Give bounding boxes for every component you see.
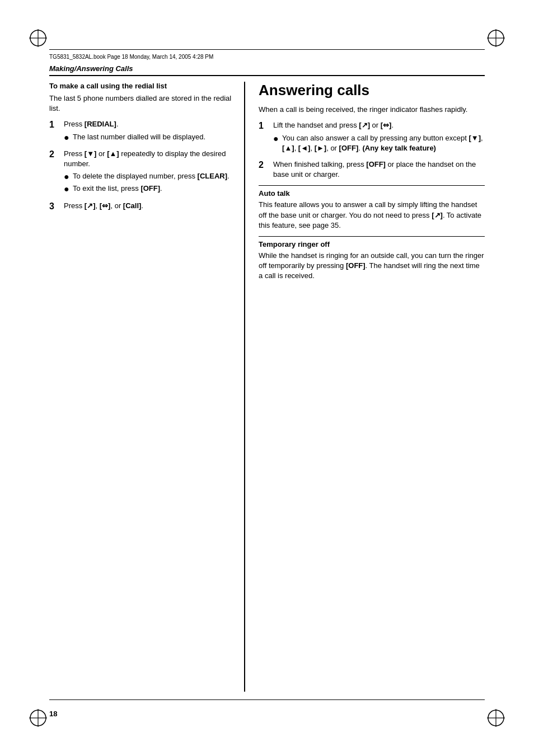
answering-intro: When a call is being received, the ringe… [259, 105, 485, 115]
answering-calls-heading: Answering calls [259, 82, 485, 99]
header-text: TG5831_5832AL.book Page 18 Monday, March… [49, 54, 213, 60]
temp-ringer-text: While the handset is ringing for an outs… [259, 251, 485, 281]
header-bar: TG5831_5832AL.book Page 18 Monday, March… [49, 49, 485, 60]
ans-step-2-content: When finished talking, press [OFF] or pl… [273, 159, 485, 180]
ans-step-1-number: 1 [259, 120, 271, 132]
bullet-2-1: ● To delete the displayed number, press … [64, 171, 233, 182]
step-1-number: 1 [49, 119, 62, 131]
autotalk-heading: Auto talk [259, 189, 485, 198]
two-col-layout: To make a call using the redial list The… [49, 82, 485, 692]
temp-ringer-heading: Temporary ringer off [259, 240, 485, 248]
autotalk-text: This feature allows you to answer a call… [259, 200, 485, 231]
temp-ringer-divider [259, 236, 485, 237]
step-2-bullets: ● To delete the displayed number, press … [64, 171, 233, 194]
bullet-dot-2-1: ● [64, 171, 72, 182]
ans-step-1-bullets: ● You can also answer a call by pressing… [273, 133, 485, 153]
bullet-1-1: ● The last number dialled will be displa… [64, 132, 233, 143]
step-2-number: 2 [49, 149, 62, 161]
corner-mark-bl [28, 708, 48, 728]
page-number: 18 [49, 710, 57, 718]
section-heading: Making/Answering Calls [49, 64, 485, 76]
ans-bullet-dot-1-1: ● [273, 133, 281, 144]
bullet-2-2-text: To exit the list, press [OFF]. [73, 184, 233, 194]
ans-step-2-number: 2 [259, 159, 271, 171]
content-area: Making/Answering Calls To make a call us… [49, 64, 485, 692]
bullet-dot-2-2: ● [64, 184, 72, 194]
redial-title: To make a call using the redial list [49, 82, 233, 90]
bullet-1-1-text: The last number dialled will be displaye… [73, 132, 233, 142]
col-right: Answering calls When a call is being rec… [245, 82, 485, 692]
step-2-content: Press [▼] or [▲] repeatedly to display t… [64, 149, 233, 196]
ans-step-1: 1 Lift the handset and press [↗] or [⇔].… [259, 120, 485, 155]
ans-bullet-1-1: ● You can also answer a call by pressing… [273, 133, 485, 153]
step-1: 1 Press [REDIAL]. ● The last number dial… [49, 119, 233, 144]
col-left: To make a call using the redial list The… [49, 82, 245, 692]
redial-intro: The last 5 phone numbers dialled are sto… [49, 93, 233, 114]
bullet-2-2: ● To exit the list, press [OFF]. [64, 184, 233, 194]
step-3-content: Press [↗], [⇔], or [Call]. [64, 201, 233, 211]
step-1-bullets: ● The last number dialled will be displa… [64, 132, 233, 143]
autotalk-divider [259, 185, 485, 186]
bottom-border [49, 699, 485, 700]
corner-mark-tl [28, 28, 48, 48]
bullet-dot: ● [64, 132, 72, 143]
ans-bullet-1-1-text: You can also answer a call by pressing a… [282, 133, 485, 153]
step-3: 3 Press [↗], [⇔], or [Call]. [49, 201, 233, 213]
page: TG5831_5832AL.book Page 18 Monday, March… [0, 0, 534, 756]
step-1-content: Press [REDIAL]. ● The last number dialle… [64, 119, 233, 144]
step-3-number: 3 [49, 201, 62, 213]
corner-mark-tr [486, 28, 506, 48]
ans-step-2: 2 When finished talking, press [OFF] or … [259, 159, 485, 180]
step-2: 2 Press [▼] or [▲] repeatedly to display… [49, 149, 233, 196]
bullet-2-1-text: To delete the displayed number, press [C… [73, 171, 233, 181]
ans-step-1-content: Lift the handset and press [↗] or [⇔]. ●… [273, 120, 485, 155]
corner-mark-br [486, 708, 506, 728]
